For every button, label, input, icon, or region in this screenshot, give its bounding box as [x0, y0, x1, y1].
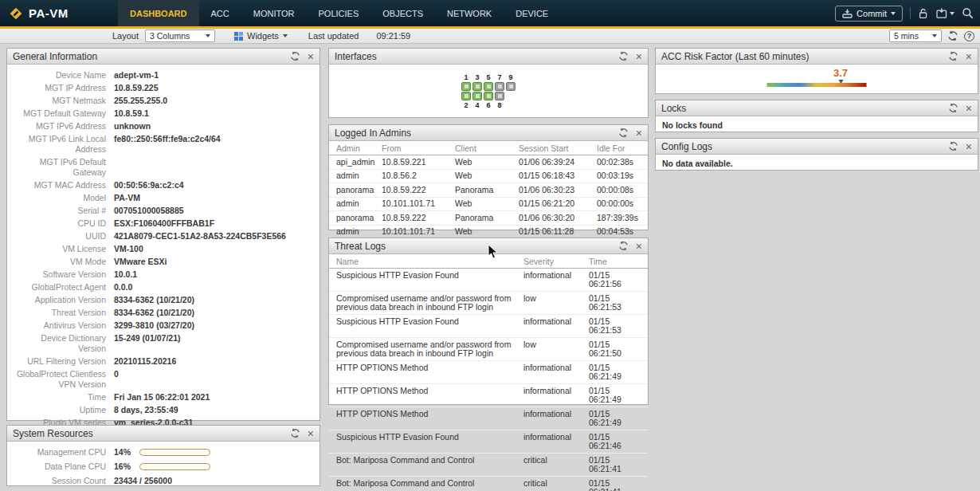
tab-monitor[interactable]: MONITOR: [241, 0, 307, 26]
info-row: Device Dictionary Version 15-249 (01/07/…: [14, 332, 313, 355]
ethernet-port-icon[interactable]: [484, 82, 493, 91]
tab-dashboard[interactable]: DASHBOARD: [118, 0, 199, 26]
port-grid: 1 3 5: [461, 73, 516, 109]
ethernet-port-icon[interactable]: [472, 82, 482, 91]
close-icon[interactable]: ×: [966, 141, 972, 152]
layout-label: Layout: [112, 31, 139, 41]
port-cell: 4: [472, 92, 483, 109]
severity-cell: informational: [520, 315, 586, 338]
idle-for-cell: 00:02:38s: [594, 155, 648, 170]
close-icon[interactable]: ×: [308, 428, 314, 439]
refresh-page-icon[interactable]: [947, 30, 958, 41]
info-row: Threat Version 8334-6362 (10/21/20): [14, 306, 313, 319]
idle-for-cell: 00:00:08s: [594, 183, 648, 198]
table-row: Suspicious HTTP Evasion Found informatio…: [329, 430, 648, 454]
config-operations-button[interactable]: [936, 8, 955, 18]
info-value: 8 days, 23:55:49: [114, 405, 178, 415]
chevron-down-icon: [891, 12, 896, 15]
tab-objects[interactable]: OBJECTS: [370, 0, 435, 26]
resource-value: 14%: [114, 447, 139, 458]
session-start-cell: 01/06 06:39:24: [515, 155, 594, 170]
risk-value: 3.7: [833, 67, 848, 79]
ethernet-port-icon[interactable]: [484, 92, 493, 100]
close-icon[interactable]: ×: [636, 51, 642, 62]
threat-name-cell: HTTP OPTIONS Method: [329, 384, 520, 407]
refresh-icon[interactable]: [290, 51, 300, 61]
widgets-dropdown[interactable]: Widgets: [234, 31, 288, 41]
search-icon[interactable]: [962, 7, 974, 19]
info-value: 3299-3810 (03/27/20): [114, 320, 194, 331]
info-row: Device Name adept-vm-1: [14, 69, 313, 81]
port-number: 8: [497, 101, 501, 109]
port-cell: 2: [461, 92, 472, 109]
severity-cell: critical: [520, 477, 586, 491]
table-row: Bot: Mariposa Command and Control critic…: [329, 454, 648, 477]
refresh-interval-value: 5 mins: [894, 31, 919, 41]
refresh-icon[interactable]: [290, 428, 300, 438]
admin-cell: panorama: [329, 183, 378, 198]
threat-name-cell: HTTP OPTIONS Method: [329, 407, 520, 430]
port-cell: 7: [494, 73, 505, 91]
refresh-icon[interactable]: [618, 51, 629, 61]
info-value: ESX:F1060400FFFBAB1F: [114, 218, 214, 229]
ethernet-port-icon[interactable]: [461, 82, 471, 91]
unlock-icon[interactable]: [918, 8, 929, 19]
resource-row: Data Plane CPU 16%: [14, 459, 313, 473]
info-value: 007051000058885: [114, 206, 184, 216]
refresh-icon[interactable]: [618, 128, 629, 138]
port-number: 4: [475, 101, 479, 109]
help-icon[interactable]: ?: [964, 31, 974, 41]
tab-policies[interactable]: POLICIES: [306, 0, 370, 26]
client-cell: Web: [452, 155, 515, 170]
ethernet-port-icon[interactable]: [495, 92, 504, 100]
info-value: 15-249 (01/07/21): [114, 333, 180, 354]
brand-name: PA-VM: [29, 6, 69, 20]
port-number: 9: [508, 73, 512, 81]
client-cell: Web: [452, 169, 515, 183]
close-icon[interactable]: ×: [308, 51, 314, 62]
ethernet-port-icon[interactable]: [506, 82, 515, 91]
refresh-icon[interactable]: [948, 51, 958, 61]
info-row: URL Filtering Version 20210115.20216: [14, 355, 313, 367]
ethernet-port-icon[interactable]: [461, 92, 471, 100]
client-cell: Web: [452, 225, 515, 239]
refresh-icon[interactable]: [618, 241, 629, 251]
info-row: MGT IPv6 Address unknown: [14, 120, 313, 132]
threat-name-cell: HTTP OPTIONS Method: [329, 361, 520, 384]
port-number: 7: [497, 73, 501, 81]
refresh-interval-select[interactable]: 5 mins: [889, 29, 942, 42]
column-header: Idle For: [594, 141, 648, 155]
table-row: panorama 10.8.59.222 Panorama 01/06 06:3…: [329, 183, 648, 198]
widget-general-information: General Information × Device Name adept-…: [6, 48, 320, 421]
close-icon[interactable]: ×: [966, 103, 972, 114]
ethernet-port-icon[interactable]: [495, 82, 504, 91]
info-row: GlobalProtect Agent 0.0.0: [14, 281, 313, 293]
tab-device[interactable]: DEVICE: [504, 0, 560, 26]
port-row-top: 1 3 5: [461, 73, 516, 91]
last-updated-time: 09:21:59: [376, 31, 410, 41]
tab-acc[interactable]: ACC: [199, 0, 241, 26]
time-cell: 01/15 06:21:53: [586, 292, 648, 315]
refresh-icon[interactable]: [948, 103, 958, 113]
severity-cell: informational: [520, 361, 586, 384]
tab-network[interactable]: NETWORK: [435, 0, 504, 26]
close-icon[interactable]: ×: [636, 241, 642, 252]
info-label: Antivirus Version: [14, 320, 114, 331]
close-icon[interactable]: ×: [636, 128, 642, 139]
refresh-icon[interactable]: [948, 141, 958, 151]
close-icon[interactable]: ×: [966, 51, 972, 62]
resource-label: Session Count: [14, 476, 114, 486]
ethernet-port-icon[interactable]: [472, 92, 482, 100]
info-label: MGT IPv6 Default Gateway: [14, 157, 114, 178]
admin-cell: api_admin: [329, 155, 378, 170]
table-row: admin 10.101.101.71 Web 01/15 06:11:28 0…: [329, 225, 648, 239]
chevron-down-icon: [283, 34, 288, 37]
session-start-cell: 01/06 06:30:23: [515, 183, 594, 198]
commit-button[interactable]: Commit: [835, 6, 903, 22]
layout-select[interactable]: 3 Columns: [145, 29, 215, 42]
time-cell: 01/15 06:21:49: [586, 384, 648, 407]
info-value: 255.255.255.0: [114, 96, 167, 106]
info-label: MGT Netmask: [14, 96, 114, 106]
info-label: VM License: [14, 244, 114, 254]
from-cell: 10.101.101.71: [378, 197, 452, 211]
